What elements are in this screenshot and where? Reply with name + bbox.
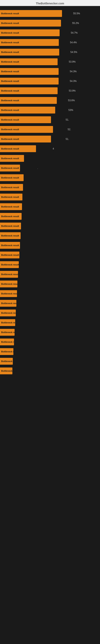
list-item: Bottleneck result: [0, 260, 100, 269]
list-item: Bottleneck result: [0, 290, 100, 298]
bar-label: Bottleneck re: [1, 331, 15, 334]
bar-label: Bottleneck r: [1, 360, 14, 362]
bar-label: Bottleneck result: [1, 206, 19, 208]
list-item: Bottleneck result: [0, 183, 100, 192]
bar-value: 55.5%: [73, 12, 80, 15]
list-item: Bottleneck result53%: [0, 106, 100, 114]
bar-label: Bottleneck result: [1, 12, 19, 15]
bar-value: 55.2%: [72, 22, 79, 24]
list-item: Bottleneck result: [0, 232, 100, 240]
bar-label: Bottleneck result: [1, 176, 19, 179]
bar-label: Bottleneck result: [1, 32, 19, 34]
bar-label: Bottleneck result: [1, 109, 19, 111]
bar-label: Bottleneck result: [1, 157, 19, 160]
list-item: Bottleneck result55.2%: [0, 19, 100, 27]
bar-value: 53.6%: [68, 99, 75, 102]
list-item: Bottleneck re: [0, 347, 100, 356]
list-item: Bottleneck result54.3%: [0, 77, 100, 85]
bar-label: Bottleneck result: [1, 244, 19, 246]
bar-label: Bottleneck result: [1, 90, 19, 92]
bar-value: 51.: [66, 138, 69, 140]
list-item: Bottleneck result4: [0, 144, 100, 153]
bar-label: Bottleneck resu: [1, 370, 18, 372]
bar-label: Bottleneck result: [1, 51, 19, 53]
bar-value: 54.3%: [70, 70, 77, 73]
list-item: Bottleneck result: [0, 241, 100, 250]
list-item: Bottleneck result: [0, 222, 100, 230]
list-item: Bottleneck result54.5%: [0, 48, 100, 56]
bar-label: Bottleneck result: [1, 215, 19, 218]
bar-label: Bottleneck result: [1, 167, 19, 169]
list-item: Bottleneck result: [0, 193, 100, 201]
list-item: Bottleneck r: [0, 357, 100, 366]
list-item: Bottleneck re: [0, 338, 100, 346]
bar-value: 54.4%: [70, 41, 77, 44]
list-item: Bottleneck result52.: [0, 125, 100, 134]
bar-label: Bottleneck result: [1, 234, 19, 237]
bar-label: Bottleneck result: [1, 99, 19, 102]
bar-value: 4: [52, 147, 54, 150]
list-item: Bottleneck result: [0, 251, 100, 259]
list-item: Bottleneck result53.9%: [0, 86, 100, 95]
bar-value: 53.9%: [69, 89, 76, 92]
bar-label: Bottleneck result: [1, 225, 19, 227]
bar-label: Bottleneck re: [1, 341, 15, 343]
bar-label: Bottleneck result: [1, 186, 19, 188]
list-item: Bottleneck result53.6%: [0, 96, 100, 105]
list-item: Bottleneck result: [0, 202, 100, 211]
bar-value: 51.: [66, 118, 69, 121]
bar-value: 54.7%: [71, 32, 78, 34]
bar-value: 52.: [68, 128, 71, 131]
list-item: Bottleneck re: [0, 328, 100, 336]
bar-value: 54.3%: [70, 80, 77, 82]
list-item: Bottleneck result: [0, 270, 100, 278]
bar-label: Bottleneck result: [1, 70, 19, 73]
list-item: Bottleneck result53.9%: [0, 58, 100, 66]
bars-container: Bottleneck result55.5%Bottleneck result5…: [0, 6, 100, 378]
bar-label: Bottleneck result: [1, 264, 19, 266]
bar-value: 53%: [68, 109, 73, 112]
site-title: TheBottlenecker.com: [36, 2, 64, 5]
list-item: Bottleneck result55.5%: [0, 9, 100, 18]
bar-value: 53.9%: [69, 60, 76, 63]
bar-label: Bottleneck result: [1, 148, 19, 150]
list-item: Bottleneck result54.4%: [0, 38, 100, 47]
bar-label: Bottleneck result: [1, 273, 19, 276]
bar-label: Bottleneck resu: [1, 283, 18, 285]
list-item: Bottleneck resu: [0, 309, 100, 317]
list-item: Bottleneck result: [0, 174, 100, 182]
list-item: Bottleneck resu: [0, 367, 100, 375]
bar-label: Bottleneck result: [1, 254, 19, 256]
bar-label: Bottleneck resu: [1, 312, 18, 314]
list-item: Bottleneck result51.: [0, 116, 100, 124]
list-item: Bottleneck result51.: [0, 135, 100, 143]
bar-label: Bottleneck result: [1, 22, 19, 24]
bar-label: Bottleneck result: [1, 302, 19, 304]
list-item: Bottleneck resu: [0, 280, 100, 288]
bar-label: Bottleneck result: [1, 138, 19, 140]
bar-label: Bottleneck result: [1, 41, 19, 44]
bar-label: Bottleneck result: [1, 118, 19, 121]
bar-value: 54.5%: [70, 51, 77, 54]
list-item: Bottleneck result: [0, 154, 100, 162]
list-item: Bottleneck result: [0, 212, 100, 220]
bar-label: Bottleneck result: [1, 292, 19, 295]
bar-label: Bottleneck re: [1, 322, 15, 324]
list-item: Bottleneck result54.3%: [0, 67, 100, 76]
bar-value: .: [37, 167, 38, 170]
list-item: Bottleneck result: [0, 299, 100, 308]
list-item: Bottleneck re: [0, 318, 100, 327]
list-item: Bottleneck result54.7%: [0, 28, 100, 37]
bar-label: Bottleneck result: [1, 60, 19, 63]
list-item: Bottleneck result.: [0, 164, 100, 172]
bar-label: Bottleneck result: [1, 80, 19, 82]
bar-label: Bottleneck re: [1, 350, 15, 353]
bar-label: Bottleneck result: [1, 196, 19, 198]
bar-label: Bottleneck result: [1, 128, 19, 130]
